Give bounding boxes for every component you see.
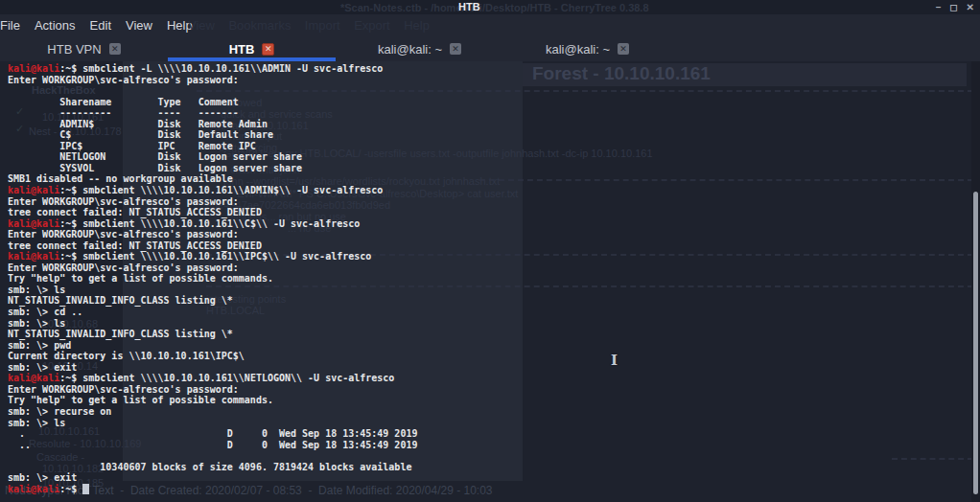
terminal-text: smbclient \\\\10.10.10.161\\NETLOGON\\ -…: [82, 373, 394, 383]
terminal-line: Try "help" to get a list of possible com…: [8, 273, 417, 285]
terminal-text: Enter WORKGROUP\svc-alfresco's password:: [8, 229, 239, 240]
tab-htb-1[interactable]: HTB✕: [168, 36, 336, 61]
background-separator: [479, 179, 973, 181]
terminal-line: NT_STATUS_INVALID_INFO_CLASS listing \*: [8, 329, 417, 340]
terminal-output: kali@kali:~$ smbclient -L \\\\10.10.10.1…: [8, 63, 417, 494]
terminal-prompt-line: kali@kali:~$ smbclient \\\\10.10.10.161\…: [8, 251, 417, 262]
terminal-prompt-line: kali@kali:~$ smbclient -L \\\\10.10.10.1…: [8, 63, 417, 75]
scrollbar-track[interactable]: [971, 61, 980, 502]
terminal-text: smbclient \\\\10.10.10.161\\IPC$\\ -U sv…: [82, 251, 371, 262]
tab-close-icon[interactable]: ✕: [262, 43, 274, 56]
terminal-line: . D 0 Wed Sep 18 13:45:49 2019: [8, 428, 417, 440]
terminal-line: ADMIN$ Disk Remote Admin: [8, 119, 417, 130]
prompt-user: kali@kali: [8, 484, 59, 494]
terminal-line: Sharename Type Comment: [8, 97, 417, 108]
prompt-user: kali@kali: [8, 251, 59, 262]
terminal-text: smbclient -L \\\\10.10.10.161\\ADMIN -U …: [82, 63, 383, 74]
terminal-prompt-line: kali@kali:~$ smbclient \\\\10.10.10.161\…: [8, 218, 417, 230]
terminal-text: --------- ---- -------: [8, 107, 239, 118]
terminal-text: smb: \> cd ..: [8, 307, 82, 317]
minimize-icon[interactable]: –: [936, 0, 942, 14]
terminal-text: NETLOGON Disk Logon server share: [8, 151, 302, 162]
terminal-text: Enter WORKGROUP\svc-alfresco's password:: [8, 384, 239, 395]
prompt-suffix: :~$: [59, 218, 82, 229]
terminal-text: tree connect failed: NT_STATUS_ACCESS_DE…: [8, 207, 262, 217]
terminal-text: NT_STATUS_INVALID_INFO_CLASS listing \*: [8, 295, 233, 306]
terminal-text: Enter WORKGROUP\svc-alfresco's password:: [8, 196, 239, 207]
terminal-line: SYSVOL Disk Logon server share: [8, 163, 417, 174]
terminal-text: smb: \> exit: [8, 472, 77, 483]
terminal-text: Enter WORKGROUP\svc-alfresco's password:: [8, 262, 239, 273]
terminal-line: C$ Disk Default share: [8, 129, 417, 141]
terminal-text: smb: \> recurse on: [8, 406, 111, 417]
tab-close-icon[interactable]: ✕: [450, 43, 461, 55]
tab-kali-kali--3[interactable]: kali@kali: ~✕: [503, 36, 671, 61]
tabbar: HTB VPN✕HTB✕kali@kali: ~✕kali@kali: ~✕: [0, 36, 980, 61]
menu-file[interactable]: File: [0, 18, 20, 33]
prompt-suffix: :~$: [59, 373, 82, 383]
terminal-line: SMB1 disabled -- no workgroup available: [8, 173, 417, 185]
terminal-line: Try "help" to get a list of possible com…: [8, 395, 417, 406]
terminal-line: tree connect failed: NT_STATUS_ACCESS_DE…: [8, 240, 417, 252]
background-menu-text: View Bookmarks Import Export Help: [188, 18, 430, 33]
tab-kali-kali--2[interactable]: kali@kali: ~✕: [336, 36, 503, 61]
terminal-line: NETLOGON Disk Logon server share: [8, 151, 417, 163]
terminal-text: smb: \> ls: [8, 318, 65, 329]
tab-close-icon[interactable]: ✕: [618, 43, 629, 55]
prompt-suffix: :~$: [59, 185, 82, 195]
terminal-line: smb: \> cd ..: [8, 307, 417, 318]
terminal-text: SMB1 disabled -- no workgroup available: [8, 173, 233, 184]
terminal-line: Current directory is \\10.10.10.161\IPC$…: [8, 351, 417, 362]
terminal-line: smb: \> exit: [8, 362, 417, 374]
terminal-text: Try "help" to get a list of possible com…: [8, 273, 273, 284]
menu-view[interactable]: View: [126, 18, 152, 33]
terminal-line: .. D 0 Wed Sep 18 13:45:49 2019: [8, 440, 417, 451]
titlebar: *Scan-Notes.ctb - /home/kali/Desktop/HTB…: [0, 0, 980, 14]
terminal-line: IPC$ IPC Remote IPC: [8, 141, 417, 152]
terminal-text: smb: \> pwd: [8, 340, 71, 351]
terminal-text: smb: \> exit: [8, 362, 77, 373]
terminal-line: NT_STATUS_INVALID_INFO_CLASS listing \*: [8, 295, 417, 307]
terminal-text: Enter WORKGROUP\svc-alfresco's password:: [8, 75, 239, 85]
terminal-text: tree connect failed: NT_STATUS_ACCESS_DE…: [8, 240, 262, 251]
tab-label: HTB VPN: [47, 42, 101, 57]
terminal-line: [8, 450, 417, 462]
terminal-line: [8, 85, 417, 97]
terminal-line: Enter WORKGROUP\svc-alfresco's password:: [8, 229, 417, 240]
window-controls: – ◻ ✕: [936, 0, 974, 14]
terminal-text: smbclient \\\\10.10.10.161\\ADMIN$\\ -U …: [82, 185, 383, 195]
menu-actions[interactable]: Actions: [35, 18, 76, 33]
terminal-line: smb: \> ls: [8, 418, 417, 429]
terminal-line: smb: \> exit: [8, 472, 417, 484]
menu-edit[interactable]: Edit: [90, 18, 111, 33]
terminal-viewport[interactable]: Forest - 10.10.10.161HackTheBox✓10.10.10…: [0, 61, 980, 502]
terminal-text: Try "help" to get a list of possible com…: [8, 395, 273, 405]
close-icon[interactable]: ✕: [967, 0, 974, 14]
background-separator: [892, 458, 973, 460]
terminal-text: IPC$ IPC Remote IPC: [8, 141, 256, 151]
maximize-icon[interactable]: ◻: [949, 0, 957, 14]
terminal-text: . D 0 Wed Sep 18 13:45:49 2019: [8, 428, 417, 439]
terminal-text: .. D 0 Wed Sep 18 13:45:49 2019: [8, 440, 417, 450]
terminal-line: tree connect failed: NT_STATUS_ACCESS_DE…: [8, 207, 417, 218]
prompt-user: kali@kali: [8, 185, 59, 195]
terminal-window: *Scan-Notes.ctb - /home/kali/Desktop/HTB…: [0, 0, 980, 502]
terminal-line: Enter WORKGROUP\svc-alfresco's password:: [8, 262, 417, 274]
terminal-line: Enter WORKGROUP\svc-alfresco's password:: [8, 196, 417, 208]
prompt-user: kali@kali: [8, 373, 59, 383]
prompt-suffix: :~$: [59, 484, 82, 494]
terminal-text: ADMIN$ Disk Remote Admin: [8, 119, 268, 129]
terminal-line: Enter WORKGROUP\svc-alfresco's password:: [8, 384, 417, 396]
scrollbar-thumb[interactable]: [973, 192, 978, 494]
tab-htb-vpn-0[interactable]: HTB VPN✕: [0, 36, 168, 61]
terminal-cursor[interactable]: [82, 484, 89, 494]
window-title: HTB: [458, 1, 480, 12]
text-cursor-icon: I: [611, 352, 618, 369]
terminal-prompt-line: kali@kali:~$ smbclient \\\\10.10.10.161\…: [8, 373, 417, 384]
background-window-title: *Scan-Notes.ctb - /home/kali/Desktop/HTB…: [340, 2, 649, 13]
tab-close-icon[interactable]: ✕: [109, 43, 121, 55]
menubar: View Bookmarks Import Export Help FileAc…: [0, 14, 980, 36]
terminal-line: --------- ---- -------: [8, 107, 417, 119]
terminal-line: smb: \> recurse on: [8, 406, 417, 418]
tab-label: kali@kali: ~: [546, 42, 610, 57]
